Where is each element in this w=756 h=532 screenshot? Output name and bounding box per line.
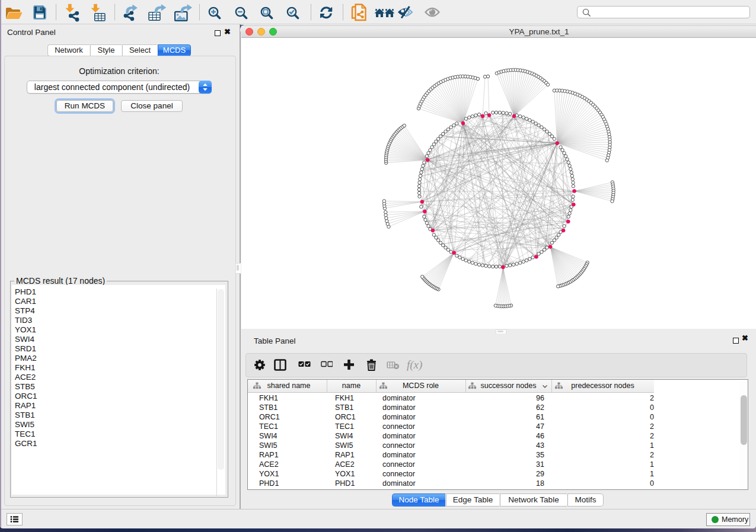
svg-text:f(x): f(x) [407,358,422,371]
